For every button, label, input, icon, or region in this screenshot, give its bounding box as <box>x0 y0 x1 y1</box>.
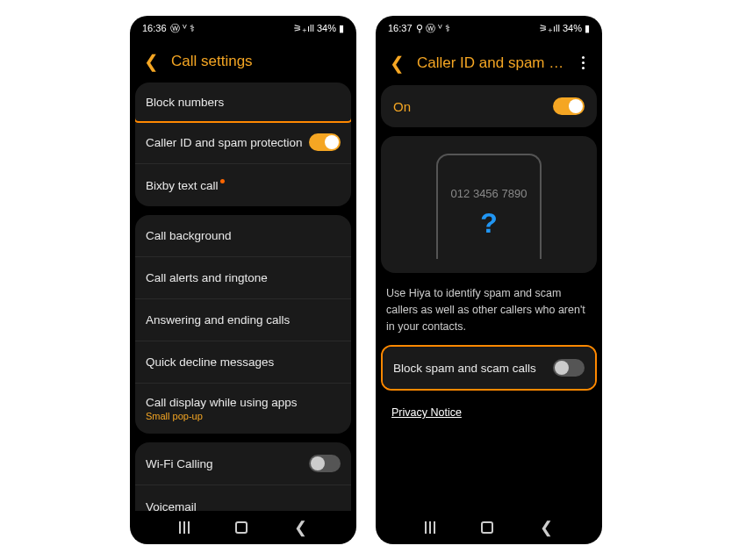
status-signal-icons: ⚞₊ıll <box>293 23 314 34</box>
highlight-block-spam: Block spam and scam calls <box>381 345 597 391</box>
row-block-numbers[interactable]: Block numbers <box>135 83 351 123</box>
nav-home-button[interactable] <box>235 521 248 534</box>
back-icon[interactable]: ❮ <box>144 53 159 70</box>
phone-illustration-icon: 012 3456 7890 ? <box>436 154 542 259</box>
section-2: Call background Call alerts and ringtone… <box>135 215 351 434</box>
label-on: On <box>393 99 411 114</box>
row-caller-id[interactable]: Caller ID and spam protection <box>135 121 351 164</box>
label-wifi-calling: Wi-Fi Calling <box>146 457 213 470</box>
nav-back-button[interactable]: ❮ <box>294 518 307 537</box>
status-app-icons: ⚲ ⓦ ⱽ ⚕ <box>416 22 450 35</box>
row-call-alerts[interactable]: Call alerts and ringtone <box>135 257 351 299</box>
new-badge-icon <box>220 179 225 183</box>
toggle-block-spam[interactable] <box>553 359 585 377</box>
nav-bar: ❮ <box>130 511 356 544</box>
label-caller-id: Caller ID and spam protection <box>146 136 303 149</box>
label-call-background: Call background <box>146 229 232 242</box>
nav-recent-button[interactable] <box>179 521 190 534</box>
nav-bar: ❮ <box>376 511 602 544</box>
status-time: 16:36 <box>142 23 167 33</box>
status-bar: 16:37 ⚲ ⓦ ⱽ ⚕ ⚞₊ıll 34% ▮ <box>376 16 602 40</box>
question-mark-icon: ? <box>480 207 498 240</box>
back-icon[interactable]: ❮ <box>390 54 405 72</box>
nav-recent-button[interactable] <box>425 521 435 534</box>
battery-icon: ▮ <box>339 23 344 34</box>
label-answering: Answering and ending calls <box>146 313 290 327</box>
content-scroll[interactable]: On 012 3456 7890 ? Use Hiya to identify … <box>376 85 602 511</box>
row-call-background[interactable]: Call background <box>135 215 351 257</box>
row-wifi-calling[interactable]: Wi-Fi Calling <box>135 442 351 485</box>
status-bar: 16:36 ⓦ ⱽ ⚕ ⚞₊ıll 34% ▮ <box>130 16 356 40</box>
toggle-wifi-calling[interactable] <box>309 455 341 472</box>
status-app-icons: ⓦ ⱽ ⚕ <box>170 22 195 35</box>
status-signal-icons: ⚞₊ıll <box>539 23 560 34</box>
label-block-numbers: Block numbers <box>146 96 224 109</box>
label-call-display-sub: Small pop-up <box>146 411 298 421</box>
phone-left: 16:36 ⓦ ⱽ ⚕ ⚞₊ıll 34% ▮ ❮ Call settings … <box>130 16 356 544</box>
label-call-display: Call display while using apps <box>146 396 298 409</box>
nav-home-button[interactable] <box>481 521 493 534</box>
title-bar: ❮ Caller ID and spam pro… <box>376 40 602 85</box>
page-title: Call settings <box>171 53 342 70</box>
section-3: Wi-Fi Calling Voicemail <box>135 442 351 511</box>
info-description: Use Hiya to identify spam and scam calle… <box>381 285 597 345</box>
row-master-toggle[interactable]: On <box>381 85 597 127</box>
toggle-caller-id[interactable] <box>309 133 341 151</box>
info-card: 012 3456 7890 ? <box>381 136 597 273</box>
row-block-spam[interactable]: Block spam and scam calls <box>383 347 595 389</box>
more-menu-icon[interactable] <box>578 53 588 73</box>
illustration-number: 012 3456 7890 <box>451 187 527 200</box>
label-decline: Quick decline messages <box>146 355 274 369</box>
toggle-master[interactable] <box>553 97 585 115</box>
nav-back-button[interactable]: ❮ <box>540 518 553 537</box>
status-battery: 34% <box>317 23 336 33</box>
phone-right: 16:37 ⚲ ⓦ ⱽ ⚕ ⚞₊ıll 34% ▮ ❮ Caller ID an… <box>376 16 602 544</box>
row-decline[interactable]: Quick decline messages <box>135 341 351 384</box>
row-call-display[interactable]: Call display while using apps Small pop-… <box>135 384 351 434</box>
label-call-alerts: Call alerts and ringtone <box>146 271 268 284</box>
page-title: Caller ID and spam pro… <box>417 54 566 72</box>
section-1: Block numbers Caller ID and spam protect… <box>135 83 351 206</box>
row-answering[interactable]: Answering and ending calls <box>135 299 351 341</box>
row-bixby[interactable]: Bixby text call <box>135 164 351 206</box>
label-bixby: Bixby text call <box>146 179 219 192</box>
label-voicemail: Voicemail <box>146 500 197 512</box>
privacy-notice-link[interactable]: Privacy Notice <box>381 399 472 426</box>
label-block-spam: Block spam and scam calls <box>393 362 536 375</box>
status-time: 16:37 <box>388 23 413 33</box>
battery-icon: ▮ <box>585 23 590 34</box>
status-battery: 34% <box>563 23 582 33</box>
content-scroll[interactable]: Block numbers Caller ID and spam protect… <box>130 83 356 511</box>
row-voicemail[interactable]: Voicemail <box>135 485 351 511</box>
title-bar: ❮ Call settings <box>130 40 356 83</box>
